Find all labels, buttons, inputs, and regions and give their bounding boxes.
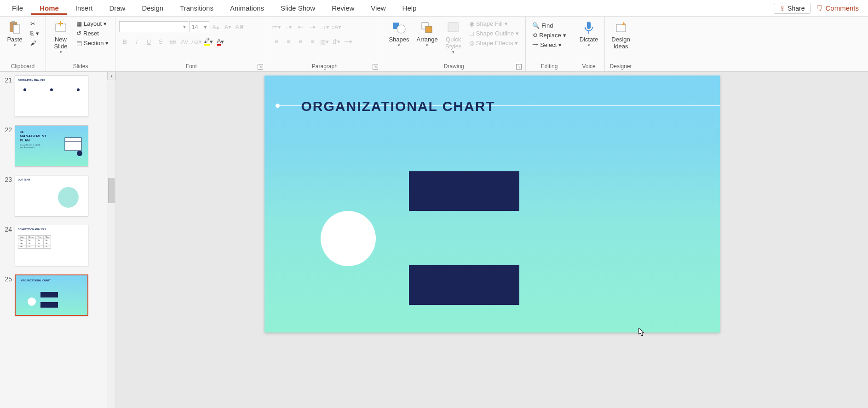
section-button[interactable]: ▤Section▾ bbox=[75, 39, 110, 47]
outline-icon: ◻ bbox=[469, 30, 474, 37]
tab-draw[interactable]: Draw bbox=[101, 1, 133, 15]
comments-button[interactable]: 🗨 Comments bbox=[811, 1, 864, 15]
tab-transitions[interactable]: Transitions bbox=[172, 1, 222, 15]
font-color-button[interactable]: A▾ bbox=[215, 36, 226, 47]
tab-file[interactable]: File bbox=[4, 1, 31, 15]
share-label: Share bbox=[788, 5, 805, 12]
slide-canvas-area[interactable]: ORGANIZATIONAL CHART bbox=[116, 72, 868, 408]
grow-font-button[interactable]: A▴ bbox=[210, 21, 221, 32]
thumb-title: OUR TEAM bbox=[18, 178, 85, 181]
scrollbar-track[interactable] bbox=[107, 80, 115, 408]
rectangle-shape-2[interactable] bbox=[409, 265, 519, 305]
tab-home[interactable]: Home bbox=[31, 1, 67, 15]
scrollbar-thumb[interactable] bbox=[108, 178, 115, 203]
section-icon: ▤ bbox=[76, 40, 82, 47]
line-spacing-button[interactable]: ≡↕▾ bbox=[319, 21, 330, 32]
italic-button[interactable]: I bbox=[131, 36, 142, 47]
highlight-button[interactable]: 🖍▾ bbox=[203, 36, 214, 47]
align-left-button[interactable]: ≡ bbox=[271, 36, 282, 47]
slide-thumbnail-23[interactable]: 23 OUR TEAM bbox=[2, 175, 105, 216]
gear-illustration-icon bbox=[58, 187, 79, 208]
dictate-button[interactable]: Dictate▾ bbox=[577, 18, 601, 49]
calendar-illustration-icon bbox=[62, 135, 85, 158]
shapes-button[interactable]: Shapes▾ bbox=[386, 18, 412, 49]
bold-button[interactable]: B bbox=[119, 36, 130, 47]
rectangle-shape-1[interactable] bbox=[409, 171, 519, 211]
reset-button[interactable]: ↺Reset bbox=[75, 29, 110, 38]
columns-button[interactable]: ▥▾ bbox=[319, 36, 330, 47]
new-slide-button[interactable]: New Slide ▾ bbox=[50, 18, 72, 56]
tab-animations[interactable]: Animations bbox=[222, 1, 272, 15]
underline-button[interactable]: U bbox=[143, 36, 154, 47]
find-button[interactable]: 🔍Find bbox=[530, 21, 568, 30]
group-label-font: Font↘ bbox=[119, 62, 263, 70]
slide-title[interactable]: ORGANIZATIONAL CHART bbox=[301, 99, 495, 114]
shadow-button[interactable]: S bbox=[155, 36, 166, 47]
outdent-button[interactable]: ⇤ bbox=[295, 21, 306, 32]
svg-rect-11 bbox=[587, 22, 591, 29]
tab-design[interactable]: Design bbox=[133, 1, 172, 15]
cut-button[interactable]: ✂ bbox=[29, 19, 41, 28]
layout-button[interactable]: ▦Layout▾ bbox=[75, 19, 110, 28]
bullets-button[interactable]: ≔▾ bbox=[271, 21, 282, 32]
tab-insert[interactable]: Insert bbox=[67, 1, 101, 15]
text-direction-button[interactable]: ↕A▾ bbox=[331, 21, 342, 32]
align-center-button[interactable]: ≡ bbox=[283, 36, 294, 47]
layout-icon: ▦ bbox=[76, 20, 82, 27]
tab-review[interactable]: Review bbox=[323, 1, 362, 15]
shape-outline-button[interactable]: ◻Shape Outline▾ bbox=[467, 29, 521, 38]
thumb-title: ORGANIZATIONAL CHART bbox=[21, 279, 86, 282]
group-slides: New Slide ▾ ▦Layout▾ ↺Reset ▤Section▾ Sl… bbox=[46, 17, 115, 71]
slide-canvas[interactable]: ORGANIZATIONAL CHART bbox=[264, 76, 720, 332]
justify-button[interactable]: ≡ bbox=[307, 36, 318, 47]
thumb-number: 22 bbox=[2, 125, 12, 134]
group-label-drawing: Drawing↘ bbox=[386, 62, 522, 70]
align-text-button[interactable]: ⇵▾ bbox=[331, 36, 342, 47]
select-button[interactable]: ⭢Select▾ bbox=[530, 41, 568, 49]
paste-button[interactable]: Paste ▾ bbox=[4, 18, 26, 49]
slide-thumbnail-21[interactable]: 21 BREAK-EVEN ANALYSIS bbox=[2, 76, 105, 117]
slide-thumbnail-25[interactable]: 25 ORGANIZATIONAL CHART bbox=[2, 274, 105, 316]
align-right-button[interactable]: ≡ bbox=[295, 36, 306, 47]
slide-thumbnail-24[interactable]: 24 COMPETITION ANALYSIS JupiterMercuryVe… bbox=[2, 225, 105, 266]
strike-button[interactable]: ab bbox=[167, 36, 178, 47]
format-painter-button[interactable]: 🖌 bbox=[29, 39, 41, 47]
copy-button[interactable]: ⎘▾ bbox=[29, 29, 41, 38]
svg-rect-10 bbox=[448, 23, 458, 32]
effects-icon: ◎ bbox=[469, 40, 474, 47]
change-case-button[interactable]: Aa▾ bbox=[191, 36, 202, 47]
indent-button[interactable]: ⇥ bbox=[307, 21, 318, 32]
scroll-up-button[interactable]: ▴ bbox=[107, 72, 115, 80]
shape-fill-button[interactable]: ◉Shape Fill▾ bbox=[467, 19, 521, 28]
numbering-button[interactable]: ≡▾ bbox=[283, 21, 294, 32]
thumb-num-label: 04 bbox=[20, 130, 83, 134]
circle-shape[interactable] bbox=[321, 211, 376, 266]
drawing-launcher[interactable]: ↘ bbox=[516, 64, 522, 70]
slide-thumbnail-22[interactable]: 22 04 MANAGEMENT PLAN You could enter a … bbox=[2, 125, 105, 167]
shrink-font-button[interactable]: A▾ bbox=[222, 21, 233, 32]
spacing-button[interactable]: AV bbox=[179, 36, 190, 47]
font-name-combo[interactable]: ▾ bbox=[119, 21, 188, 32]
thumb-rect-shape bbox=[40, 292, 58, 297]
paragraph-launcher[interactable]: ↘ bbox=[373, 64, 378, 70]
tab-view[interactable]: View bbox=[362, 1, 394, 15]
group-label-editing: Editing bbox=[529, 62, 569, 70]
brush-icon: 🖌 bbox=[30, 40, 36, 47]
quick-styles-button[interactable]: Quick Styles▾ bbox=[443, 18, 465, 56]
smartart-button[interactable]: ⤳▾ bbox=[343, 36, 354, 47]
font-size-combo[interactable]: 14▾ bbox=[189, 21, 209, 32]
chevron-down-icon: ▾ bbox=[14, 43, 16, 47]
replace-button[interactable]: ⟲Replace▾ bbox=[530, 31, 568, 40]
ribbon: Paste ▾ ✂ ⎘▾ 🖌 Clipboard New Slide ▾ ▦La… bbox=[0, 17, 868, 72]
share-button[interactable]: ⇪ Share bbox=[774, 3, 811, 14]
design-ideas-button[interactable]: Design Ideas bbox=[609, 18, 632, 52]
font-launcher[interactable]: ↘ bbox=[258, 64, 263, 70]
svg-rect-2 bbox=[11, 21, 15, 23]
group-editing: 🔍Find ⟲Replace▾ ⭢Select▾ Editing bbox=[526, 17, 573, 71]
replace-icon: ⟲ bbox=[532, 32, 537, 39]
tab-slideshow[interactable]: Slide Show bbox=[272, 1, 323, 15]
shape-effects-button[interactable]: ◎Shape Effects▾ bbox=[467, 39, 521, 47]
arrange-button[interactable]: Arrange▾ bbox=[414, 18, 440, 49]
tab-help[interactable]: Help bbox=[394, 1, 425, 15]
clear-format-button[interactable]: A✖ bbox=[234, 21, 245, 32]
